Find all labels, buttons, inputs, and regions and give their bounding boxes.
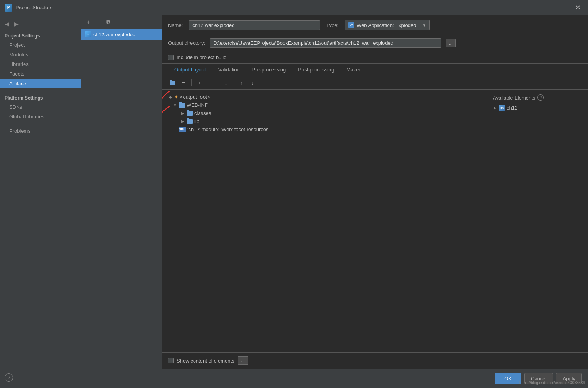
output-root-label: <output root> [180, 94, 210, 100]
classes-folder-icon [187, 111, 193, 116]
classes-label: classes [194, 110, 211, 116]
ch12-module-icon: ch [499, 105, 505, 111]
title-bar-left: P Project Structure [5, 4, 53, 12]
remove-element-button[interactable]: − [206, 79, 215, 87]
sidebar: ◀ ▶ Project Settings Project Modules Lib… [0, 15, 81, 388]
dialog-footer: OK Cancel Apply [81, 369, 588, 388]
tree-item-webinf[interactable]: ▼ WEB-INF [162, 101, 488, 109]
title-bar: P Project Structure ✕ [0, 0, 588, 15]
output-dir-label: Output directory: [168, 40, 205, 46]
show-content-checkbox[interactable] [168, 358, 174, 363]
title-bar-title: Project Structure [15, 5, 53, 10]
artifact-list-panel: + − ⧉ W ch12:war exploded [81, 15, 162, 369]
sidebar-item-artifacts[interactable]: Artifacts [0, 79, 81, 88]
tab-post-processing[interactable]: Post-processing [292, 64, 340, 76]
right-panel: Name: Type: W Web Application: Exploded … [162, 15, 588, 369]
available-elements-panel: Available Elements ? ▶ ch ch12 [488, 90, 588, 352]
add-element-button[interactable]: + [195, 79, 204, 87]
move-up-button[interactable]: ↑ [237, 79, 246, 87]
project-settings-label: Project Settings [0, 31, 81, 40]
available-elements-header: Available Elements ? [488, 93, 588, 104]
sidebar-item-global-libraries[interactable]: Global Libraries [0, 112, 81, 121]
artifact-item-icon: W [85, 31, 91, 37]
artifact-toolbar: + − ⧉ [81, 15, 162, 29]
webinf-folder-icon [179, 103, 185, 108]
move-down-button[interactable]: ↓ [248, 79, 257, 87]
split-content: ◆ ✦ <output root> ▼ WEB-INF ▶ [162, 90, 588, 352]
include-label: Include in project build [177, 54, 226, 60]
tab-maven[interactable]: Maven [340, 64, 367, 76]
toolbar-separator-3 [234, 79, 234, 86]
artifact-item-name: ch12:war exploded [93, 32, 135, 37]
webinf-arrow: ▼ [173, 103, 177, 107]
available-elements-label: Available Elements [493, 95, 535, 101]
close-button[interactable]: ✕ [572, 2, 583, 13]
ch12-label: ch12 [507, 105, 517, 111]
type-icon: W [348, 22, 354, 28]
platform-settings-label: Platform Settings [0, 93, 81, 102]
tab-output-layout[interactable]: Output Layout [168, 64, 212, 76]
tabs-row: Output Layout Validation Pre-processing … [162, 64, 588, 76]
tree-item-lib[interactable]: ▶ lib [162, 117, 488, 125]
lib-folder-icon [187, 119, 193, 124]
list-view-button[interactable]: ≡ [179, 79, 188, 87]
tree-item-module-resources[interactable]: W⚙ 'ch12' module: 'Web' facet resources [162, 125, 488, 133]
sidebar-item-modules[interactable]: Modules [0, 50, 81, 59]
svg-rect-1 [170, 80, 172, 81]
module-resources-icon: W⚙ [179, 127, 186, 132]
copy-artifact-button[interactable]: ⧉ [104, 18, 113, 26]
tree-item-output-root[interactable]: ◆ ✦ <output root> [162, 93, 488, 101]
forward-button[interactable]: ▶ [12, 20, 20, 28]
back-button[interactable]: ◀ [3, 20, 11, 28]
available-elements-help[interactable]: ? [537, 94, 544, 101]
output-tree: ◆ ✦ <output root> ▼ WEB-INF ▶ [162, 90, 488, 352]
available-tree-ch12[interactable]: ▶ ch ch12 [488, 104, 588, 112]
root-arrow: ◆ [168, 95, 173, 99]
svg-rect-0 [170, 81, 175, 85]
lib-arrow: ▶ [180, 119, 185, 123]
name-field-label: Name: [168, 22, 183, 28]
ch12-arrow: ▶ [493, 106, 497, 110]
tree-item-classes[interactable]: ▶ classes [162, 109, 488, 117]
bottom-row: Show content of elements ... [162, 352, 588, 369]
output-dir-row: Output directory: … [162, 35, 588, 51]
type-field-label: Type: [326, 22, 339, 28]
module-resources-label: 'ch12' module: 'Web' facet resources [187, 127, 269, 132]
ellipsis-button[interactable]: ... [238, 356, 248, 365]
toolbar-separator-2 [218, 79, 218, 86]
sidebar-bottom: ? [0, 370, 81, 385]
app-icon: P [5, 4, 12, 12]
artifact-list-item[interactable]: W ch12:war exploded [81, 29, 162, 40]
toolbar-separator [191, 79, 192, 86]
lib-label: lib [194, 118, 199, 124]
include-row: Include in project build [162, 51, 588, 64]
sidebar-item-libraries[interactable]: Libraries [0, 59, 81, 69]
name-input[interactable] [189, 20, 320, 30]
webinf-label: WEB-INF [187, 102, 208, 108]
sidebar-nav: ◀ ▶ [0, 19, 81, 29]
type-select[interactable]: W Web Application: Exploded ▼ [345, 20, 430, 30]
output-dir-input[interactable] [210, 38, 441, 48]
browse-button[interactable]: … [446, 39, 456, 47]
sidebar-item-sdks[interactable]: SDKs [0, 102, 81, 112]
tab-validation[interactable]: Validation [212, 64, 246, 76]
type-value: Web Application: Exploded [357, 22, 420, 28]
content-toolbar: ≡ + − ↕ ↑ ↓ [162, 76, 588, 90]
ok-button[interactable]: OK [495, 373, 521, 384]
output-root-icon: ✦ [174, 94, 179, 100]
remove-artifact-button[interactable]: − [94, 18, 103, 26]
sidebar-item-project[interactable]: Project [0, 40, 81, 50]
watermark: https://blog.csdn.net/weixin_43078586 [519, 381, 585, 385]
sort-button[interactable]: ↕ [221, 79, 231, 87]
tab-pre-processing[interactable]: Pre-processing [246, 64, 292, 76]
show-content-label: Show content of elements [177, 358, 234, 364]
sidebar-item-facets[interactable]: Facets [0, 69, 81, 79]
name-type-row: Name: Type: W Web Application: Exploded … [162, 15, 588, 35]
sidebar-item-problems[interactable]: Problems [0, 126, 81, 136]
folder-view-button[interactable] [168, 79, 177, 87]
main-content: ◀ ▶ Project Settings Project Modules Lib… [0, 15, 588, 388]
include-checkbox[interactable] [168, 55, 174, 60]
dropdown-arrow: ▼ [422, 23, 426, 27]
help-button[interactable]: ? [5, 373, 13, 382]
add-artifact-button[interactable]: + [84, 18, 93, 26]
